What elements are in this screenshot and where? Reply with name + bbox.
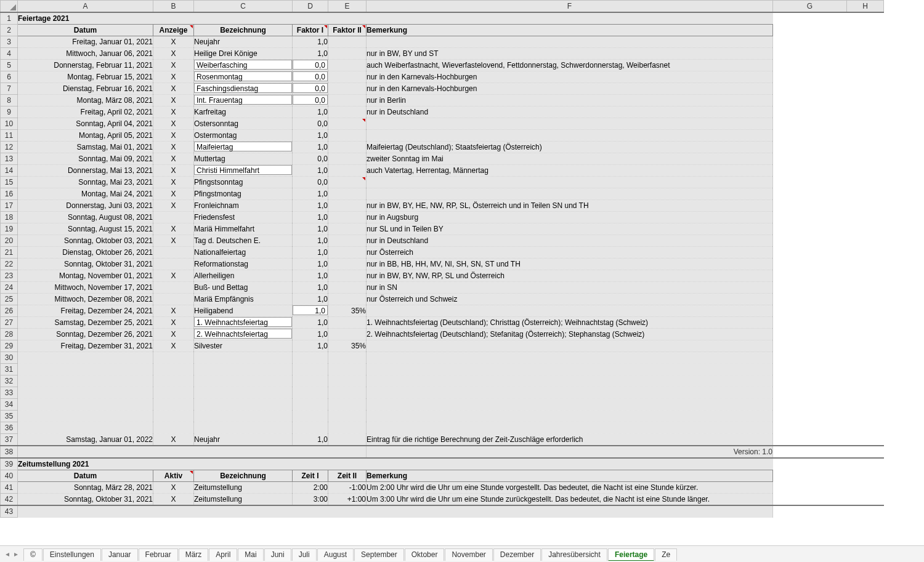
cell-input[interactable]: Maifeiertag [194, 142, 292, 151]
cell-bezeichnung[interactable]: Tag d. Deutschen E. [194, 235, 293, 247]
row-header-30[interactable]: 30 [1, 352, 18, 364]
cell-datum[interactable]: Montag, April 05, 2021 [18, 130, 153, 142]
cell-faktor1[interactable]: 0,0 [293, 95, 328, 106]
cell-datum[interactable]: Sonntag, August 08, 2021 [18, 212, 153, 223]
row-header-13[interactable]: 13 [1, 153, 18, 165]
cell-faktor1[interactable]: 1,0 [293, 212, 328, 223]
cell-bezeichnung[interactable]: Neujahr [194, 36, 293, 48]
cell-faktor1[interactable]: 1,0 [293, 259, 328, 270]
row-header-4[interactable]: 4 [1, 48, 18, 60]
cell-datum[interactable]: Freitag, April 02, 2021 [18, 106, 153, 118]
cell-faktor2[interactable] [328, 165, 367, 177]
cell-faktor2[interactable] [328, 153, 367, 165]
row-header-29[interactable]: 29 [1, 340, 18, 352]
cell-input[interactable]: 1,0 [293, 305, 328, 315]
cell-bemerkung[interactable] [367, 36, 773, 48]
row-header-10[interactable]: 10 [1, 118, 18, 130]
row-header-5[interactable]: 5 [1, 60, 18, 71]
cell-anzeige[interactable] [153, 212, 194, 223]
cell-datum[interactable]: Sonntag, März 28, 2021 [18, 482, 153, 494]
cell-datum[interactable]: Samstag, Dezember 25, 2021 [18, 317, 153, 329]
select-all-corner[interactable] [1, 1, 18, 13]
row-header-36[interactable]: 36 [1, 422, 18, 434]
cell-anzeige[interactable]: X [153, 60, 194, 71]
cell-bemerkung[interactable]: Um 2:00 Uhr wird die Uhr um eine Stunde … [367, 482, 773, 494]
cell-anzeige[interactable] [153, 294, 194, 305]
cell-faktor2[interactable] [328, 71, 367, 83]
cell-input[interactable]: 0,0 [293, 95, 328, 105]
cell-faktor2[interactable] [328, 259, 367, 270]
cell-faktor1[interactable]: 1,0 [293, 36, 328, 48]
cell-input[interactable]: Weiberfasching [194, 60, 292, 70]
cell-faktor1[interactable]: 0,0 [293, 177, 328, 188]
cell-bezeichnung[interactable]: Heiligabend [194, 305, 293, 317]
cell-datum[interactable]: Sonntag, Oktober 31, 2021 [18, 259, 153, 270]
cell-faktor2[interactable] [328, 177, 367, 188]
col-H[interactable]: H [847, 1, 884, 13]
cell-input[interactable]: Int. Frauentag [194, 95, 292, 105]
sheet-tab-Einstellungen[interactable]: Einstellungen [43, 548, 101, 561]
cell-datum[interactable]: Donnerstag, Februar 11, 2021 [18, 60, 153, 71]
sheet-scroll-area[interactable]: A B C D E F G H 1 Feiertage 2021 2 Datum… [0, 0, 924, 545]
cell-zeit1[interactable]: 3:00 [293, 494, 328, 506]
row-header-26[interactable]: 26 [1, 305, 18, 317]
cell-bemerkung[interactable]: nur in BW, BY, HE, NW, RP, SL, Österreic… [367, 200, 773, 212]
cell-faktor1[interactable]: 0,0 [293, 60, 328, 71]
cell-bezeichnung[interactable]: Rosenmontag [194, 71, 293, 83]
cell-faktor2[interactable] [328, 235, 367, 247]
cell-datum[interactable]: Mittwoch, Januar 06, 2021 [18, 48, 153, 60]
cell-anzeige[interactable] [153, 259, 194, 270]
cell-anzeige[interactable]: X [153, 142, 194, 153]
col-E[interactable]: E [328, 1, 367, 13]
row-header-42[interactable]: 42 [1, 494, 18, 506]
cell-bezeichnung[interactable]: Muttertag [194, 153, 293, 165]
cell-bezeichnung[interactable]: Allerheiligen [194, 270, 293, 282]
cell-faktor2[interactable] [328, 60, 367, 71]
cell-bemerkung[interactable] [367, 118, 773, 130]
cell-faktor2[interactable] [328, 142, 367, 153]
cell-input[interactable]: 0,0 [293, 71, 328, 81]
cell-anzeige[interactable]: X [153, 83, 194, 95]
cell-bezeichnung[interactable]: Zeitumstellung [194, 482, 293, 494]
cell-bezeichnung[interactable]: Zeitumstellung [194, 494, 293, 506]
cell-faktor2[interactable] [328, 83, 367, 95]
cell-anzeige[interactable]: X [153, 118, 194, 130]
row-header-24[interactable]: 24 [1, 282, 18, 294]
row-header-43[interactable]: 43 [1, 505, 18, 518]
cell-anzeige[interactable]: X [153, 270, 194, 282]
row-header-19[interactable]: 19 [1, 223, 18, 235]
cell-faktor1[interactable]: 0,0 [293, 71, 328, 83]
cell-bemerkung[interactable]: nur in BW, BY, NW, RP, SL und Österreich [367, 270, 773, 282]
sheet-tab-Februar[interactable]: Februar [139, 548, 178, 561]
cell-bemerkung[interactable]: Eintrag für die richtige Berechnung der … [367, 434, 773, 446]
cell-input[interactable]: Rosenmontag [194, 71, 292, 81]
row-header-39[interactable]: 39 [1, 458, 18, 470]
cell-faktor2[interactable] [328, 329, 367, 340]
cell-bemerkung[interactable]: auch Vatertag, Herrentag, Männertag [367, 165, 773, 177]
row-header-14[interactable]: 14 [1, 165, 18, 177]
cell-faktor1[interactable]: 1,0 [293, 305, 328, 317]
row-header-33[interactable]: 33 [1, 387, 18, 399]
col-A[interactable]: A [18, 1, 153, 13]
row-header-20[interactable]: 20 [1, 235, 18, 247]
cell-datum[interactable]: Montag, März 08, 2021 [18, 95, 153, 106]
row-header-2[interactable]: 2 [1, 25, 18, 36]
row-header-35[interactable]: 35 [1, 411, 18, 422]
cell-datum[interactable]: Mittwoch, Dezember 08, 2021 [18, 294, 153, 305]
sheet-tab-Feiertage[interactable]: Feiertage [608, 548, 654, 561]
cell-bemerkung[interactable] [367, 188, 773, 200]
row-header-22[interactable]: 22 [1, 259, 18, 270]
sheet-tab-August[interactable]: August [317, 548, 354, 561]
sheet-tab-April[interactable]: April [209, 548, 237, 561]
cell-datum[interactable]: Mittwoch, November 17, 2021 [18, 282, 153, 294]
row-header-32[interactable]: 32 [1, 375, 18, 387]
cell-faktor2[interactable] [328, 282, 367, 294]
cell-datum[interactable]: Dienstag, Oktober 26, 2021 [18, 247, 153, 259]
cell-faktor1[interactable]: 1,0 [293, 329, 328, 340]
cell-faktor1[interactable]: 1,0 [293, 317, 328, 329]
row-header-31[interactable]: 31 [1, 364, 18, 375]
cell-faktor1[interactable]: 1,0 [293, 340, 328, 352]
cell-faktor2[interactable] [328, 270, 367, 282]
sheet-tab-Ze[interactable]: Ze [655, 548, 677, 561]
cell-input[interactable]: 2. Weihnachtsfeiertag [194, 329, 292, 339]
